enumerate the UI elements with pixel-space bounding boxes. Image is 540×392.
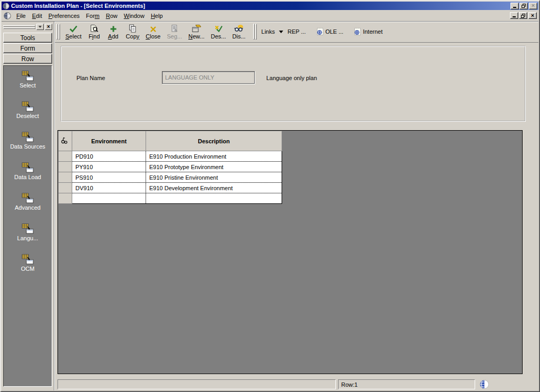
find-button[interactable]: Find: [85, 23, 104, 41]
menu-bar: File Edit Preferences Form Row Window He…: [2, 10, 538, 22]
spectacles-find-icon: [61, 136, 68, 144]
grid-corner-cell: [59, 131, 72, 151]
links-label: Links: [262, 28, 275, 35]
copy-button[interactable]: Copy: [123, 23, 143, 41]
sidebar-item-label: Advanced: [14, 204, 42, 211]
plan-header-groupbox: Plan Name Language only plan: [61, 46, 526, 122]
new-form-icon: [191, 24, 201, 33]
row-header[interactable]: [59, 151, 72, 162]
column-header-description: Description: [146, 131, 282, 151]
title-bar: Custom Installation Plan - [Select Envir…: [2, 2, 538, 10]
globe-icon: [479, 379, 489, 389]
sidebar-tab-row[interactable]: Row: [3, 54, 52, 64]
cell-environment[interactable]: PS910: [72, 172, 146, 183]
row-header[interactable]: [59, 172, 72, 183]
close-icon: ×: [532, 3, 535, 8]
menu-edit[interactable]: Edit: [29, 11, 45, 21]
describe-button[interactable]: Des...: [208, 23, 229, 41]
grid-to-form-icon: [22, 132, 34, 142]
links-rep-item[interactable]: REP ...: [287, 28, 306, 35]
child-restore-button[interactable]: [519, 12, 527, 19]
cell-description[interactable]: E910 Production Environment: [146, 151, 282, 162]
grid-to-form-icon: [22, 71, 34, 81]
links-ole-label: OLE ...: [325, 28, 343, 35]
sidebar-item-data-load[interactable]: Data Load: [4, 162, 52, 193]
add-button[interactable]: Add: [104, 23, 123, 41]
grid-to-form-icon: [22, 162, 34, 173]
menu-preferences[interactable]: Preferences: [45, 11, 83, 21]
sidebar-item-label: Langu...: [16, 235, 40, 242]
menu-window[interactable]: Window: [121, 11, 148, 21]
sidebar-header: ×: [3, 23, 52, 31]
restore-icon: [521, 14, 525, 18]
sidebar-item-data-sources[interactable]: Data Sources: [4, 132, 52, 162]
add-button-label: Add: [108, 33, 119, 40]
sidebar-item-language[interactable]: Langu...: [4, 223, 52, 254]
check-icon: [69, 24, 78, 33]
cell-description[interactable]: E910 Prototype Environment: [146, 162, 282, 172]
table-row: PS910 E910 Pristine Environment: [59, 172, 282, 183]
copy-button-label: Copy: [126, 33, 140, 40]
plan-description-text: Language only plan: [266, 75, 317, 81]
display-button-label: Dis...: [233, 33, 246, 40]
row-header[interactable]: [59, 193, 72, 204]
sidebar-dropdown-button[interactable]: [36, 24, 44, 30]
sidebar-tab-tools[interactable]: Tools: [3, 33, 52, 43]
grid-to-form-icon: [22, 254, 34, 264]
links-dropdown-icon[interactable]: [279, 31, 283, 33]
grid-to-form-icon: [22, 223, 34, 234]
row-indicator: Row:1: [341, 381, 358, 388]
cell-description-empty[interactable]: [146, 193, 282, 204]
window-minimize-button[interactable]: [510, 3, 519, 9]
form-client-area: Plan Name Language only plan Environment…: [55, 43, 538, 378]
cell-environment[interactable]: DV910: [72, 183, 146, 193]
child-close-button[interactable]: ×: [528, 12, 537, 19]
sidebar-close-button[interactable]: ×: [45, 24, 52, 30]
cell-description[interactable]: E910 Development Environment: [146, 183, 282, 193]
select-button[interactable]: Select: [62, 23, 85, 41]
links-internet-item[interactable]: Internet: [354, 27, 382, 36]
sidebar-item-advanced[interactable]: Advanced: [4, 193, 52, 223]
menu-file[interactable]: File: [13, 11, 29, 21]
sidebar-item-label: OCM: [20, 266, 36, 272]
status-bar-spacer: [493, 379, 537, 389]
row-exit-list: Select Deselect Data Sources Data Load A…: [3, 65, 52, 387]
check-x-icon: [214, 24, 223, 33]
sidebar-item-select[interactable]: Select: [4, 71, 52, 101]
toolbar-drag-grip[interactable]: [56, 24, 61, 40]
display-button[interactable]: Dis...: [229, 23, 249, 41]
row-header[interactable]: [59, 162, 72, 172]
menu-help[interactable]: Help: [148, 11, 166, 21]
find-button-label: Find: [89, 33, 100, 40]
column-header-environment: Environment: [72, 131, 146, 151]
grid-to-form-icon: [22, 193, 34, 203]
sidebar-item-label: Data Load: [13, 174, 42, 181]
sidebar-item-deselect[interactable]: Deselect: [4, 101, 52, 132]
close-button[interactable]: Close: [142, 23, 163, 41]
sidebar-tab-form[interactable]: Form: [3, 43, 52, 53]
close-icon: ×: [531, 13, 534, 18]
menu-row[interactable]: Row: [103, 11, 121, 21]
sidebar-drag-grip[interactable]: [3, 25, 35, 29]
plan-name-input[interactable]: [162, 71, 255, 84]
environments-table: Environment Description PD910 E910 Produ…: [58, 131, 282, 204]
main-column: Select Find Add Copy Close: [54, 22, 538, 390]
cell-environment-empty[interactable]: [72, 193, 146, 204]
window-close-button[interactable]: ×: [529, 3, 537, 9]
close-icon: ×: [47, 24, 50, 30]
sidebar-item-ocm[interactable]: OCM: [4, 254, 52, 285]
segment-button: Seg...: [163, 23, 185, 41]
child-minimize-button[interactable]: [510, 12, 518, 19]
links-toolbar-grip[interactable]: [253, 24, 257, 40]
new-button[interactable]: New...: [185, 23, 208, 41]
row-header[interactable]: [59, 183, 72, 193]
document-globe-icon: [316, 27, 324, 36]
links-ole-item[interactable]: OLE ...: [316, 27, 343, 36]
grid-to-form-icon: [22, 101, 34, 112]
cell-environment[interactable]: PD910: [72, 151, 146, 162]
copy-documents-icon: [128, 24, 137, 33]
cell-environment[interactable]: PY910: [72, 162, 146, 172]
cell-description[interactable]: E910 Pristine Environment: [146, 172, 282, 183]
menu-form[interactable]: Form: [83, 11, 103, 21]
window-restore-button[interactable]: [519, 3, 528, 9]
